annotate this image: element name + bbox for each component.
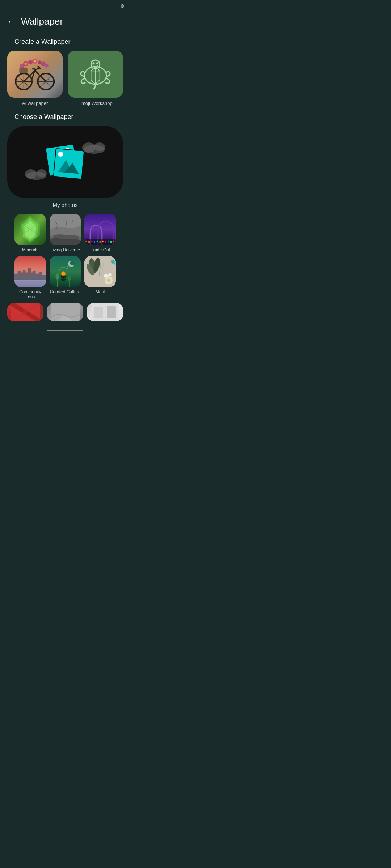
bottom-thumb-1[interactable]: [7, 303, 43, 321]
motif-item[interactable]: Motif: [84, 256, 116, 300]
choose-section-title: Choose a Wallpaper: [7, 110, 123, 126]
svg-point-69: [102, 241, 104, 242]
emoji-workshop-image: [68, 51, 123, 98]
svg-point-66: [94, 241, 95, 243]
create-grid: AI wallpaper: [7, 51, 123, 106]
my-photos-label: My photos: [7, 202, 123, 208]
svg-rect-29: [20, 68, 28, 73]
ai-wallpaper-card[interactable]: AI wallpaper: [7, 51, 63, 106]
svg-point-98: [104, 273, 108, 277]
svg-point-63: [86, 241, 87, 242]
svg-point-41: [25, 169, 37, 179]
curated-culture-item[interactable]: Curated Culture: [50, 256, 81, 300]
motif-label: Motif: [96, 289, 105, 294]
curated-culture-thumb: [50, 256, 81, 288]
minerals-label: Minerals: [22, 247, 38, 252]
svg-point-99: [108, 273, 112, 276]
my-photos-bg: [11, 133, 119, 191]
svg-point-38: [82, 142, 95, 153]
ai-wallpaper-label: AI wallpaper: [22, 101, 48, 106]
bottom-partial-row: [0, 303, 130, 328]
svg-point-35: [92, 62, 94, 64]
status-icon: ⊛: [120, 3, 125, 9]
svg-point-36: [96, 62, 98, 64]
motif-icon: [84, 256, 116, 288]
nav-pill: [47, 330, 83, 331]
svg-point-27: [25, 63, 27, 65]
svg-point-64: [88, 241, 90, 243]
svg-point-24: [38, 60, 42, 64]
svg-point-39: [94, 142, 105, 151]
svg-point-84: [55, 273, 59, 279]
svg-point-26: [45, 64, 49, 67]
minerals-icon: [14, 214, 46, 245]
choose-section: Choose a Wallpaper: [0, 110, 130, 299]
emoji-workshop-card[interactable]: Emoji Workshop: [68, 51, 123, 106]
community-lens-thumb: [14, 256, 46, 288]
svg-point-65: [91, 241, 93, 242]
bottom-thumb-2-icon: [47, 303, 83, 321]
living-universe-bg: [50, 214, 81, 245]
svg-point-67: [97, 241, 98, 242]
bottom-thumb-1-icon: [7, 303, 43, 321]
svg-point-72: [110, 241, 112, 243]
inside-out-label: Inside Out: [90, 247, 110, 252]
minerals-item[interactable]: Minerals: [14, 214, 46, 252]
turtle-icon: [76, 58, 115, 91]
svg-point-100: [111, 260, 114, 263]
curated-culture-label: Curated Culture: [50, 289, 81, 294]
motif-bg: [84, 256, 116, 288]
bottom-thumb-2[interactable]: [47, 303, 83, 321]
wallpaper-grid: Minerals: [7, 214, 123, 299]
svg-point-28: [34, 60, 36, 62]
svg-point-70: [105, 241, 106, 243]
living-universe-icon: [50, 214, 81, 245]
motif-thumb: [84, 256, 116, 288]
inside-out-item[interactable]: Inside Out: [84, 214, 116, 252]
bike-icon: [13, 55, 57, 93]
nav-bar: [0, 328, 130, 336]
status-bar: ⊛: [0, 0, 130, 12]
svg-rect-107: [107, 306, 116, 318]
svg-point-68: [99, 241, 101, 243]
inside-out-icon: [84, 214, 116, 245]
community-lens-bg: [14, 256, 46, 288]
community-lens-label: Community Lens: [14, 289, 46, 299]
svg-line-13: [35, 71, 46, 82]
create-section-title: Create a Wallpaper: [7, 34, 123, 51]
svg-point-22: [28, 60, 33, 64]
inside-out-thumb: [84, 214, 116, 245]
ai-wallpaper-bg: [7, 51, 63, 98]
svg-point-86: [67, 276, 71, 281]
community-lens-icon: [14, 256, 46, 288]
inside-out-bg: [84, 214, 116, 245]
ai-wallpaper-image: [7, 51, 63, 98]
svg-rect-79: [50, 256, 81, 288]
svg-point-71: [108, 241, 109, 242]
living-universe-thumb: [50, 214, 81, 245]
svg-point-88: [62, 272, 65, 275]
svg-point-81: [70, 261, 75, 265]
community-lens-item[interactable]: Community Lens: [14, 256, 46, 300]
svg-point-73: [113, 241, 114, 242]
emoji-workshop-label: Emoji Workshop: [78, 101, 112, 106]
minerals-thumb: [14, 214, 46, 245]
svg-point-97: [108, 279, 110, 281]
svg-point-42: [37, 169, 47, 177]
bottom-thumb-3[interactable]: [87, 303, 123, 321]
curated-culture-icon: [50, 256, 81, 288]
minerals-bg: [14, 214, 46, 245]
curated-culture-bg: [50, 256, 81, 288]
back-button[interactable]: ←: [7, 17, 15, 26]
my-photos-inner: [11, 133, 119, 191]
page-title: Wallpaper: [21, 16, 63, 27]
svg-rect-106: [94, 307, 103, 318]
create-section: Create a Wallpaper: [0, 34, 130, 106]
header: ← Wallpaper: [0, 12, 130, 34]
living-universe-item[interactable]: Living Universe: [50, 214, 81, 252]
bottom-thumb-3-icon: [87, 303, 123, 321]
my-photos-card[interactable]: [7, 126, 123, 198]
living-universe-label: Living Universe: [50, 247, 80, 252]
emoji-workshop-bg: [68, 51, 123, 98]
